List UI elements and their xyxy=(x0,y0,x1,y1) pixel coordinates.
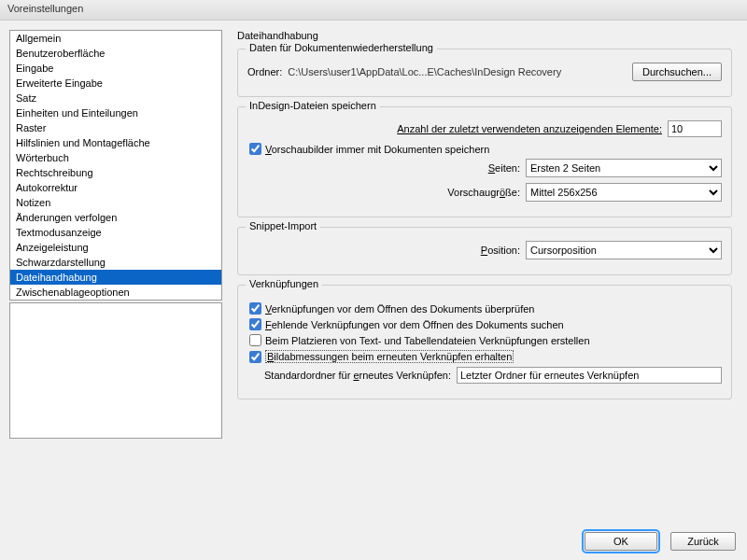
relink-folder-label: Standardordner für erneutes Verknüpfen: xyxy=(264,370,451,381)
links-check4[interactable] xyxy=(249,351,261,363)
group-snippet: Snippet-Import Position: Cursorposition xyxy=(237,227,732,275)
sidebar-item-4[interactable]: Satz xyxy=(10,91,221,105)
window-titlebar: Voreinstellungen xyxy=(0,0,747,21)
cancel-button[interactable]: Zurück xyxy=(670,532,736,551)
group-recovery: Daten für Dokumentenwiederherstellung Or… xyxy=(237,49,732,97)
links-check3-label: Beim Platzieren von Text- und Tabellenda… xyxy=(265,335,590,346)
group-save: InDesign-Dateien speichern Anzahl der zu… xyxy=(237,106,732,217)
snippet-pos-select[interactable]: Cursorposition xyxy=(526,241,722,259)
links-check4-label: Bildabmessungen beim erneuten Verknüpfen… xyxy=(265,350,514,363)
sidebar-item-8[interactable]: Wörterbuch xyxy=(10,150,221,165)
category-list[interactable]: AllgemeinBenutzeroberflächeEingabeErweit… xyxy=(9,30,222,301)
group-save-legend: InDesign-Dateien speichern xyxy=(246,100,380,111)
sidebar-item-13[interactable]: Textmodusanzeige xyxy=(10,225,221,240)
window-title: Voreinstellungen xyxy=(7,3,83,14)
ok-button[interactable]: OK xyxy=(585,532,657,551)
sidebar-item-7[interactable]: Hilfslinien und Montagefläche xyxy=(10,135,221,150)
browse-button[interactable]: Durchsuchen... xyxy=(632,63,722,81)
recovery-folder-path: C:\Users\user1\AppData\Loc...E\Caches\In… xyxy=(288,66,561,77)
sidebar-item-10[interactable]: Autokorrektur xyxy=(10,180,221,195)
sidebar-item-3[interactable]: Erweiterte Eingabe xyxy=(10,76,221,91)
links-check3[interactable] xyxy=(249,334,261,346)
sidebar-item-12[interactable]: Änderungen verfolgen xyxy=(10,210,221,225)
main-panel: Dateihandhabung Daten für Dokumentenwied… xyxy=(232,30,738,523)
recent-count-input[interactable] xyxy=(668,120,722,137)
group-snippet-legend: Snippet-Import xyxy=(246,220,320,231)
sidebar-item-0[interactable]: Allgemein xyxy=(10,31,221,46)
recent-label: Anzahl der zuletzt verwendeten anzuzeige… xyxy=(397,123,662,134)
group-recovery-legend: Daten für Dokumentenwiederherstellung xyxy=(246,42,437,53)
preferences-window: Voreinstellungen AllgemeinBenutzeroberfl… xyxy=(0,0,747,560)
sidebar-item-5[interactable]: Einheiten und Einteilungen xyxy=(10,105,221,120)
sidebar-item-11[interactable]: Notizen xyxy=(10,195,221,210)
pages-label: Seiten: xyxy=(488,162,520,174)
sidebar-item-2[interactable]: Eingabe xyxy=(10,61,221,76)
content-area: AllgemeinBenutzeroberflächeEingabeErweit… xyxy=(0,21,747,523)
links-check2[interactable] xyxy=(249,318,261,330)
preview-checkbox[interactable] xyxy=(249,143,261,155)
preview-checkbox-label: Vorschaubilder immer mit Dokumenten spei… xyxy=(265,144,489,155)
group-links: Verknüpfungen Verknüpfungen vor dem Öffn… xyxy=(237,285,732,399)
pages-select[interactable]: Ersten 2 Seiten xyxy=(526,159,722,177)
previewsize-select[interactable]: Mittel 256x256 xyxy=(526,183,722,202)
sidebar-item-14[interactable]: Anzeigeleistung xyxy=(10,240,221,255)
sidebar-item-6[interactable]: Raster xyxy=(10,120,221,135)
links-check2-label: Fehlende Verknüpfungen vor dem Öffnen de… xyxy=(265,319,564,330)
sidebar-item-16[interactable]: Dateihandhabung xyxy=(10,270,221,285)
description-box xyxy=(9,302,222,439)
group-links-legend: Verknüpfungen xyxy=(246,278,322,289)
dialog-footer: OK Zurück xyxy=(0,523,747,560)
links-check1-label: Verknüpfungen vor dem Öffnen des Dokumen… xyxy=(265,303,534,315)
page-title: Dateihandhabung xyxy=(237,30,732,41)
sidebar-item-1[interactable]: Benutzeroberfläche xyxy=(10,46,221,61)
sidebar-item-9[interactable]: Rechtschreibung xyxy=(10,165,221,180)
sidebar-item-17[interactable]: Zwischenablageoptionen xyxy=(10,285,221,300)
snippet-pos-label: Position: xyxy=(481,245,520,256)
links-check1[interactable] xyxy=(249,302,261,315)
recovery-folder-label: Ordner: xyxy=(247,66,282,77)
sidebar: AllgemeinBenutzeroberflächeEingabeErweit… xyxy=(9,30,222,523)
previewsize-label: Vorschaugröße: xyxy=(447,187,520,198)
sidebar-item-15[interactable]: Schwarzdarstellung xyxy=(10,255,221,270)
relink-folder-input[interactable] xyxy=(457,367,722,384)
